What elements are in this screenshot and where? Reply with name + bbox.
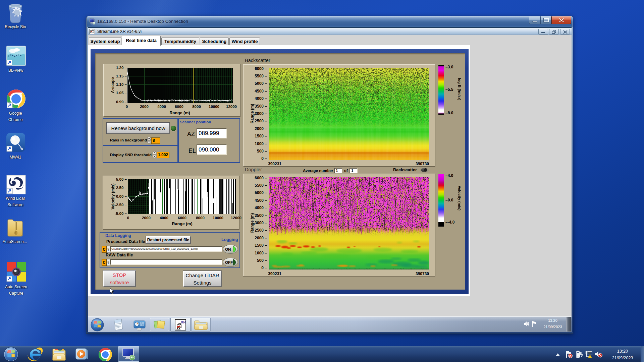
svg-text:OFF: OFF xyxy=(225,260,233,264)
svg-text:ON: ON xyxy=(225,247,231,251)
svg-text:XR: XR xyxy=(181,320,186,324)
